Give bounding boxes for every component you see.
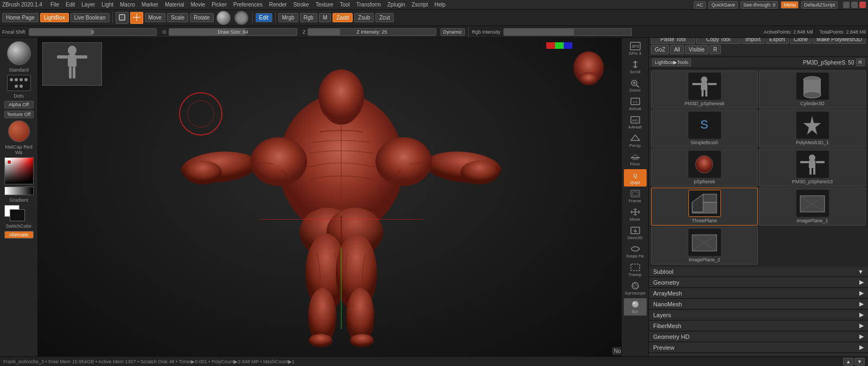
scroll-btn[interactable]: Scroll	[624, 59, 647, 76]
tool-thumb-cylinder3d[interactable]: Cylinder3D	[759, 70, 866, 108]
menu-item-macro[interactable]: Macro	[117, 1, 138, 8]
menu-item-marker[interactable]: Marker	[139, 1, 161, 8]
menu-item-render[interactable]: Render	[266, 1, 290, 8]
zadd-btn[interactable]: Zadd	[333, 13, 353, 22]
live-boolean-btn[interactable]: Live Boolean	[71, 13, 110, 22]
rgb-intensity-slider[interactable]	[503, 28, 632, 36]
rotate-btn[interactable]: Rotate	[190, 13, 213, 22]
alternate-btn[interactable]: Alternate	[4, 231, 34, 239]
svg-rect-7	[68, 55, 76, 67]
standard-brush-swatch[interactable]	[7, 41, 31, 65]
save3d-btn[interactable]: Save3D	[624, 224, 647, 242]
toolbar-row: Home Page LightBox Live Boolean Move Sca…	[0, 10, 868, 26]
see-through-btn[interactable]: See-through: 0	[741, 1, 778, 9]
matcap-swatch[interactable]	[8, 120, 30, 142]
focal-shift-slider[interactable]: 0	[29, 28, 157, 36]
viewport[interactable]	[38, 38, 621, 356]
m-btn[interactable]: M	[319, 13, 331, 22]
goz-btn[interactable]: GoZ	[651, 45, 669, 54]
zcut-btn[interactable]: Zcut	[375, 13, 393, 22]
tool-thumb-psphere6[interactable]: pSphere6	[651, 149, 758, 187]
gyroscope-btn[interactable]: Gyroscope	[624, 280, 647, 297]
aahalf-btn[interactable]: AA½ AAHalf	[624, 114, 647, 131]
tool-thumb-imageplane2[interactable]: ImagePlane_2	[651, 227, 758, 265]
mini-preview	[42, 42, 102, 86]
tool-thumb-polymesh3d1[interactable]: PolyMesh3D_1	[759, 110, 866, 147]
rotatepill-btn[interactable]: Rotate Pill	[624, 243, 647, 260]
lightbox-tools-btn[interactable]: Lightbox▶Tools	[652, 59, 691, 66]
red-axis-line	[260, 219, 423, 220]
tool-thumb-pm3d-pspheres6[interactable]: PM3D_pSpheres6	[651, 70, 758, 108]
rgb-btn[interactable]: Rgb	[300, 13, 317, 22]
frame-btn[interactable]: Frame	[624, 188, 647, 205]
menu-item-help[interactable]: Help	[432, 1, 449, 8]
dynamic-btn[interactable]: Dynamic	[441, 28, 465, 36]
app-title: ZBrush 2020.1.4	[2, 2, 42, 8]
menu-item-movie[interactable]: Movie	[188, 1, 208, 8]
menu-item-file[interactable]: File	[48, 1, 62, 8]
svg-point-54	[631, 247, 639, 251]
color-picker[interactable]	[4, 157, 34, 184]
texture-off-btn[interactable]: Texture Off	[4, 111, 34, 118]
nav-up-btn[interactable]: ▲	[843, 358, 853, 365]
quicksave-btn[interactable]: QuickSave	[709, 1, 738, 9]
nav-down-btn[interactable]: ▼	[854, 358, 865, 365]
zsub-btn[interactable]: Zsub	[354, 13, 374, 22]
menu-item-preferences[interactable]: Preferences	[231, 1, 265, 8]
move-icon-btn[interactable]: Move	[624, 206, 647, 223]
menu-item-stroke[interactable]: Stroke	[291, 1, 312, 8]
ac-btn[interactable]: AC	[694, 1, 706, 9]
actual-label: Actual	[629, 106, 641, 111]
scale-btn[interactable]: Scale	[167, 13, 188, 22]
svg-rect-11	[73, 67, 75, 79]
home-page-btn[interactable]: Home Page	[2, 13, 39, 22]
menu-item-texture[interactable]: Texture	[313, 1, 336, 8]
zoom-btn[interactable]: Zoom	[624, 77, 647, 94]
edit-btn[interactable]: Edit	[256, 13, 272, 22]
all-btn[interactable]: All	[670, 45, 684, 54]
menu-item-layer[interactable]: Layer	[79, 1, 98, 8]
menu-item-zplugin[interactable]: Zplugin	[385, 1, 408, 8]
transp-btn[interactable]: Transp	[624, 261, 647, 279]
svg-rect-75	[816, 161, 825, 163]
menu-btn[interactable]: Menu	[781, 1, 799, 9]
switch-color-swatches[interactable]	[4, 205, 34, 221]
mrgb-btn[interactable]: Mrgb	[278, 13, 298, 22]
bpr-btn[interactable]: Bpr	[624, 298, 647, 316]
menu-item-material[interactable]: Material	[162, 1, 187, 8]
r-btn[interactable]: R	[710, 45, 721, 54]
draw-size-slider[interactable]: Draw Size: 64	[169, 28, 297, 36]
menu-item-picker[interactable]: Picker	[209, 1, 229, 8]
r-slider-btn[interactable]: R	[856, 59, 865, 66]
draw-mode-2[interactable]	[130, 12, 143, 24]
z-intensity-slider[interactable]: Z Intensity: 25	[308, 28, 436, 36]
tool-thumb-threeplane[interactable]: ThreePlane	[651, 188, 758, 226]
spix3-btn[interactable]: SP3 SPix 3	[624, 40, 647, 57]
dots-icon[interactable]	[7, 75, 31, 91]
menu-item-edit[interactable]: Edit	[63, 1, 78, 8]
menu-item-transform[interactable]: Transform	[354, 1, 384, 8]
tool-thumb-imageplane1[interactable]: ImagePlane_1	[759, 188, 866, 226]
menu-item-tool[interactable]: Tool	[337, 1, 352, 8]
menu-item-zscript[interactable]: Zscript	[409, 1, 431, 8]
gradient-box[interactable]	[4, 187, 34, 195]
default-zscript-btn[interactable]: DefaultZScript	[801, 1, 838, 9]
fibermesh-section: FiberMesh ▶	[649, 320, 868, 331]
actual-btn[interactable]: 1:1 Actual	[624, 95, 647, 113]
alpha-off-btn[interactable]: Alpha Off	[4, 101, 34, 108]
svg-text:SP3: SP3	[631, 44, 639, 48]
visible-btn[interactable]: Visible	[685, 45, 709, 54]
svg-text:1:1: 1:1	[633, 100, 637, 104]
svg-rect-64	[701, 90, 704, 97]
svg-line-35	[636, 85, 639, 87]
tool-thumb-simplebrush[interactable]: S SimpleBrush	[651, 110, 758, 147]
quyz-btn[interactable]: Q Quyz	[624, 169, 647, 187]
persp-btn[interactable]: Persp	[624, 132, 647, 150]
move-btn[interactable]: Move	[145, 13, 165, 22]
draw-mode-1[interactable]	[116, 12, 129, 24]
menu-item-light[interactable]: Light	[99, 1, 116, 8]
svg-point-72	[809, 155, 815, 161]
floor-btn[interactable]: Floor	[624, 151, 647, 168]
lightbox-btn[interactable]: LightBox	[40, 13, 69, 22]
tool-thumb-pm3d-pspheres3[interactable]: PM3D_pSphereS3	[759, 149, 866, 187]
